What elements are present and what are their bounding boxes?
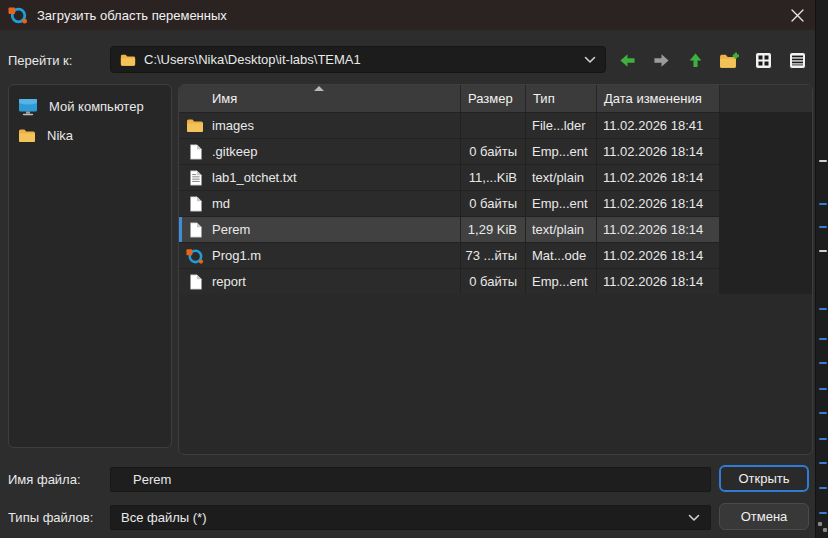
close-icon — [791, 9, 804, 22]
chevron-down-icon — [584, 56, 596, 64]
background-text-fragment — [819, 362, 827, 364]
table-header: Имя Размер Тип Дата изменения — [179, 85, 812, 112]
places-sidebar: Мой компьютер Nika — [8, 84, 172, 448]
file-date: 11.02.2026 18:14 — [597, 269, 719, 294]
column-header-filler — [720, 85, 812, 112]
table-row-md[interactable]: md 0 байты Emp...ent 11.02.2026 18:14 — [179, 191, 812, 216]
file-type: File...lder — [526, 113, 596, 138]
parent-directory-button[interactable] — [682, 47, 708, 73]
close-button[interactable] — [779, 0, 815, 30]
table-row-gitkeep[interactable]: .gitkeep 0 байты Emp...ent 11.02.2026 18… — [179, 139, 812, 164]
cancel-button[interactable]: Отмена — [719, 503, 809, 530]
file-name: Perem — [212, 222, 250, 237]
file-name: .gitkeep — [212, 144, 258, 159]
file-icon — [186, 221, 204, 239]
file-icon — [186, 143, 204, 161]
filename-label: Имя файла: — [8, 472, 81, 487]
background-text-fragment — [819, 512, 827, 514]
background-text-fragment — [819, 462, 827, 464]
back-button[interactable] — [614, 47, 640, 73]
background-text-fragment — [819, 388, 827, 390]
file-size — [461, 113, 525, 138]
file-name: report — [212, 274, 246, 289]
path-combobox[interactable]: C:\Users\Nika\Desktop\it-labs\TEMA1 — [110, 46, 606, 73]
file-type: Mat...ode — [526, 243, 596, 268]
column-header-size[interactable]: Размер — [461, 85, 525, 112]
background-text-fragment — [818, 522, 822, 526]
sidebar-item-label: Мой компьютер — [49, 99, 144, 114]
file-size: 11,...KiB — [461, 165, 525, 190]
background-text-fragment — [819, 438, 827, 440]
new-folder-button[interactable] — [716, 47, 742, 73]
file-date: 11.02.2026 18:14 — [597, 139, 719, 164]
file-date: 11.02.2026 18:14 — [597, 243, 719, 268]
filename-input[interactable] — [110, 467, 711, 492]
up-arrow-icon — [687, 51, 704, 69]
open-button[interactable]: Открыть — [719, 465, 809, 492]
list-view-icon — [754, 51, 773, 70]
background-text-fragment — [819, 487, 827, 489]
file-size: 0 байты — [461, 269, 525, 294]
column-header-date[interactable]: Дата изменения — [597, 85, 719, 112]
folder-icon — [18, 128, 36, 143]
background-text-fragment — [819, 160, 827, 162]
sort-indicator-icon — [314, 86, 324, 91]
file-name: images — [212, 118, 254, 133]
computer-icon — [18, 98, 38, 116]
new-folder-icon — [719, 52, 739, 69]
file-size: 0 байты — [461, 139, 525, 164]
forward-button[interactable] — [648, 47, 674, 73]
background-text-fragment — [819, 226, 827, 228]
file-type: Emp...ent — [526, 269, 596, 294]
background-text-fragment — [819, 338, 827, 340]
file-date: 11.02.2026 18:41 — [597, 113, 719, 138]
table-row-lab1-otchet[interactable]: lab1_otchet.txt 11,...KiB text/plain 11.… — [179, 165, 812, 190]
file-name: md — [212, 196, 230, 211]
filetype-combobox[interactable]: Все файлы (*) — [110, 505, 711, 530]
file-name: lab1_otchet.txt — [212, 170, 297, 185]
filetype-value: Все файлы (*) — [121, 510, 206, 525]
filetype-label: Типы файлов: — [8, 510, 93, 525]
folder-icon — [186, 117, 204, 135]
sidebar-item-nika[interactable]: Nika — [9, 121, 171, 150]
table-body: images File...lder 11.02.2026 18:41 .git… — [179, 112, 812, 294]
file-type: text/plain — [526, 165, 596, 190]
column-header-name[interactable]: Имя — [179, 85, 460, 112]
back-arrow-icon — [618, 52, 637, 69]
table-row-report[interactable]: report 0 байты Emp...ent 11.02.2026 18:1… — [179, 269, 812, 294]
chevron-down-icon — [688, 514, 700, 522]
column-header-type[interactable]: Тип — [526, 85, 596, 112]
background-text-fragment — [819, 412, 827, 414]
file-type: text/plain — [526, 217, 596, 242]
list-view-button[interactable] — [750, 47, 776, 73]
folder-icon — [120, 53, 136, 67]
goto-label: Перейти к: — [8, 53, 72, 68]
table-row-perem-selected[interactable]: Perem 1,29 KiB text/plain 11.02.2026 18:… — [179, 217, 812, 242]
background-text-fragment — [819, 250, 827, 252]
file-size: 1,29 KiB — [461, 217, 525, 242]
detail-view-icon — [788, 51, 807, 70]
file-date: 11.02.2026 18:14 — [597, 165, 719, 190]
file-date: 11.02.2026 18:14 — [597, 217, 719, 242]
file-list-panel: Имя Размер Тип Дата изменения images Fil… — [178, 84, 813, 455]
detail-view-button[interactable] — [784, 47, 810, 73]
file-icon — [186, 273, 204, 291]
window-title: Загрузить область переменных — [37, 8, 227, 23]
sidebar-item-my-computer[interactable]: Мой компьютер — [9, 92, 171, 121]
file-size: 0 байты — [461, 191, 525, 216]
file-size: 73 ...йты — [461, 243, 525, 268]
table-row-images[interactable]: images File...lder 11.02.2026 18:41 — [179, 113, 812, 138]
file-type: Emp...ent — [526, 191, 596, 216]
load-workspace-dialog: Загрузить область переменных Перейти к: … — [0, 0, 815, 538]
forward-arrow-icon — [652, 52, 671, 69]
sidebar-item-label: Nika — [47, 128, 73, 143]
background-window-sliver — [815, 0, 828, 538]
background-text-fragment — [823, 528, 827, 532]
current-path: C:\Users\Nika\Desktop\it-labs\TEMA1 — [144, 52, 584, 67]
title-bar: Загрузить область переменных — [0, 0, 815, 30]
table-row-prog1[interactable]: Prog1.m 73 ...йты Mat...ode 11.02.2026 1… — [179, 243, 812, 268]
file-icon — [186, 195, 204, 213]
background-text-fragment — [819, 203, 827, 205]
file-text-icon — [186, 169, 204, 187]
file-type: Emp...ent — [526, 139, 596, 164]
